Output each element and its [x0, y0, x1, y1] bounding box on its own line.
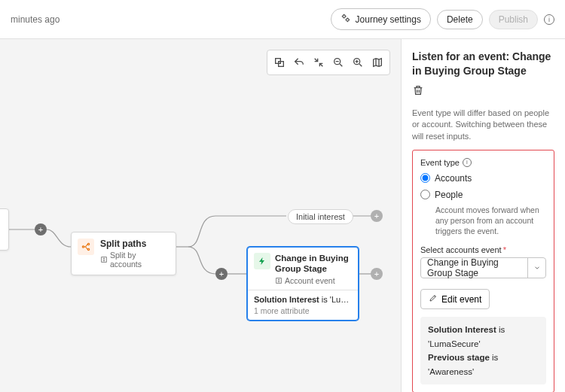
split-icon: [78, 239, 94, 255]
properties-panel: Listen for an event: Change in Buying Gr…: [401, 39, 565, 392]
edit-event-label: Edit event: [441, 294, 481, 305]
add-node-plus[interactable]: +: [371, 268, 383, 280]
split-paths-node[interactable]: Split paths Split by accounts: [71, 232, 176, 275]
panel-title: Listen for an event: Change in Buying Gr…: [412, 50, 554, 78]
account-icon: [275, 277, 282, 284]
delete-node-button[interactable]: [412, 84, 424, 99]
journey-canvas[interactable]: + Split paths Split by accounts Initial …: [0, 39, 401, 392]
add-node-plus[interactable]: +: [371, 210, 383, 222]
path-label-initial-interest[interactable]: Initial interest: [288, 209, 353, 224]
last-saved-age: minutes ago: [11, 14, 60, 25]
svg-point-1: [346, 19, 349, 21]
people-radio-input[interactable]: [420, 190, 430, 199]
node-stub[interactable]: [0, 208, 9, 251]
select-value: Change in Buying Group Stage: [421, 257, 527, 278]
canvas-toolbar: [267, 50, 390, 75]
zoom-out-icon[interactable]: [329, 53, 347, 71]
pencil-icon: [429, 293, 438, 305]
add-node-plus[interactable]: +: [35, 223, 47, 236]
edit-event-button[interactable]: Edit event: [420, 289, 490, 309]
accounts-icon: [100, 256, 108, 263]
panel-meta: Event type will differ based on people o…: [412, 108, 554, 142]
journey-settings-button[interactable]: Journey settings: [331, 8, 431, 30]
event-type-section: Event type i Accounts People Account mov…: [412, 150, 554, 392]
event-node-sub: Account event: [285, 276, 335, 285]
add-node-plus[interactable]: +: [215, 268, 228, 280]
journey-settings-label: Journey settings: [356, 14, 421, 25]
accounts-radio-input[interactable]: [420, 173, 430, 183]
collapse-icon[interactable]: [310, 53, 328, 71]
select-event-label: Select accounts event: [420, 245, 502, 254]
top-bar: minutes ago Journey settings Delete Publ…: [0, 0, 565, 39]
event-node-title: Change in Buying Group Stage: [275, 253, 352, 275]
info-icon[interactable]: i: [544, 14, 554, 25]
gears-icon: [341, 13, 351, 26]
people-radio-label: People: [435, 190, 463, 200]
event-condition: Solution Interest is 'LumaSec...: [254, 295, 352, 304]
info-icon[interactable]: i: [463, 158, 472, 167]
event-type-people-radio[interactable]: People: [420, 190, 546, 200]
svg-point-6: [82, 246, 84, 248]
svg-point-7: [87, 243, 89, 245]
undo-icon[interactable]: [290, 53, 308, 71]
chevron-down-icon: [527, 258, 545, 278]
split-node-title: Split paths: [100, 239, 170, 249]
zoom-in-icon[interactable]: [349, 53, 367, 71]
map-icon[interactable]: [368, 53, 386, 71]
accounts-desc: Account moves forward when any person fr…: [435, 205, 546, 237]
duplicate-icon[interactable]: [270, 53, 289, 71]
publish-button: Publish: [489, 10, 538, 29]
event-type-label: Event type: [420, 158, 460, 167]
accounts-radio-label: Accounts: [435, 173, 472, 184]
select-accounts-event[interactable]: Change in Buying Group Stage: [420, 257, 546, 278]
delete-button[interactable]: Delete: [437, 10, 483, 29]
event-type-accounts-radio[interactable]: Accounts: [420, 173, 546, 184]
event-node[interactable]: Change in Buying Group Stage Account eve…: [247, 247, 359, 321]
split-node-sub: Split by accounts: [110, 251, 170, 269]
event-conditions-summary: Solution Interest is 'LumaSecure' Previo…: [420, 317, 546, 384]
event-more-attributes: 1 more attribute: [254, 306, 352, 315]
lightning-icon: [254, 253, 270, 269]
svg-point-8: [87, 248, 89, 250]
svg-point-0: [342, 15, 345, 18]
